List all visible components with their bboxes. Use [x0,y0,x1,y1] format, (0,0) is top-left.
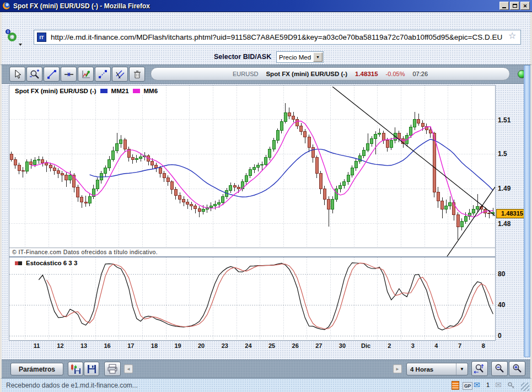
chart-legend: Spot FX (mini) EUR/USD (-) MM21 MM6 [13,87,159,95]
horizontal-line-tool-button[interactable] [61,67,77,82]
save-button[interactable] [84,362,99,376]
price-chart-panel: Spot FX (mini) EUR/USD (-) MM21 MM6 © IT… [9,85,496,257]
x-axis-label: 3 [405,342,421,349]
save-chart-icon [71,364,80,374]
minimize-icon [502,7,506,8]
pager-right-button[interactable]: ► [393,364,402,373]
delete-tool-button[interactable] [129,67,145,82]
zoom-fit-button[interactable] [471,361,488,376]
x-axis-label: 11 [29,342,45,349]
maximize-button[interactable] [510,2,519,10]
chevron-down-icon: ▼ [313,52,323,62]
url-input[interactable] [34,30,521,45]
price-axis-label: 1.49 [498,185,510,192]
stochastic-svg[interactable] [9,257,495,340]
stoch-axis-label: 0 [498,332,502,340]
x-axis-label: 16 [99,342,116,349]
quote-change: -0.05% [386,71,405,77]
bookmark-star-icon[interactable]: ☆ [508,30,516,41]
timeframe-select[interactable]: 4 Horas ▼ [406,363,468,375]
trendline-icon [46,69,57,80]
parallel-lines-icon [115,69,126,80]
magnifier-plus-icon [512,363,523,374]
reload-icon[interactable]: ! [6,30,22,46]
trash-icon [132,69,143,80]
window-titlebar: Spot FX (mini) EUR/USD (-) - Mozilla Fir… [0,0,532,12]
x-axis-label: 24 [240,342,256,349]
browser-chrome: ! IT ☆ [0,12,532,50]
status-text: Recebendo dados de e1.md.it-finance.com.… [6,382,138,389]
chevron-down-icon: ▼ [456,363,464,375]
selector-label: Selector BID/ASK [214,53,271,61]
x-axis-label: 23 [217,342,233,349]
x-axis-label: 8 [475,342,492,349]
stoch-axis-label: 40 [498,301,505,309]
mm6-label: MM6 [144,88,158,94]
magnifier-plus-icon [29,69,40,80]
bidask-select-value: Precio Med [277,54,313,61]
x-axis-label: 19 [170,342,186,349]
x-axis-label: 18 [146,342,163,349]
browser-window: Spot FX (mini) EUR/USD (-) - Mozilla Fir… [0,0,532,392]
zoom-tool-button[interactable] [26,67,42,82]
channel-tool-button[interactable] [112,67,128,82]
pager-left-button[interactable]: ◄ [124,364,133,373]
chart-copyright: © IT-Finance.com Datos ofrecidos a títul… [12,249,158,255]
gp-badge[interactable]: GP [463,382,472,390]
minimize-button[interactable] [499,2,509,10]
quote-price: 1.48315 [355,71,378,77]
x-axis-label: 4 [428,342,444,349]
chart-legend-title: Spot FX (mini) EUR/USD (-) [15,88,96,94]
stochastic-swatch [15,261,22,265]
mm21-label: MM21 [111,88,129,94]
stochastic-legend: Estocástico 6 3 3 [13,259,79,267]
notes-icon[interactable] [452,381,459,390]
diskette-icon [87,364,96,374]
timeframe-value: 4 Horas [410,366,433,373]
mm21-swatch [100,89,108,93]
quote-symbol: EURUSD [233,71,258,77]
magnifier-fit-icon [474,363,486,374]
magnifier-minus-icon [494,363,505,374]
quote-time: 07:26 [412,71,428,77]
site-favicon: IT [37,33,46,42]
firefox-icon [2,2,10,10]
x-axis-label: 25 [264,342,280,349]
close-button[interactable]: ✕ [520,2,530,10]
bidask-select[interactable]: Precio Med ▼ [276,51,324,63]
pointer-tool-button[interactable] [9,67,25,82]
x-axis-label: 26 [287,342,304,349]
print-button[interactable] [104,362,121,376]
stochastic-panel: Estocástico 6 3 3 [9,257,496,341]
params-button[interactable]: Parámetros [10,363,63,375]
dropdown-caret-icon [19,44,22,46]
price-chart-svg[interactable] [9,85,495,256]
save-image-button[interactable] [68,362,83,376]
chart-app: EURUSD Spot FX (mini) EUR/USD (-) 1.4831… [0,65,532,378]
mail-disabled-icon: ✉ [495,380,502,389]
selector-row: Selector BID/ASK Precio Med ▼ [0,50,532,65]
indicator-tool-button[interactable] [78,67,94,82]
quote-bar: EURUSD Spot FX (mini) EUR/USD (-) 1.4831… [151,67,510,80]
horizontal-line-icon [63,69,74,80]
trendline-tool-button[interactable] [44,67,60,82]
tools-toolbar: EURUSD Spot FX (mini) EUR/USD (-) 1.4831… [2,65,530,84]
chart-scrollbar[interactable] [524,65,530,357]
mail-icon[interactable]: ✉ [474,380,480,389]
x-axis-label: 13 [76,342,92,349]
price-axis-label: 1.51 [498,116,510,124]
alert-badge-icon: ! [6,29,10,34]
indicator-chart-icon [80,69,92,80]
mm6-swatch [133,89,140,93]
x-axis-label: 7 [452,342,468,349]
maximize-icon [513,4,517,8]
zoom-out-button[interactable] [491,361,508,376]
resize-grip[interactable] [521,383,529,391]
x-axis-label: Dic [358,342,374,349]
stochastic-legend-label: Estocástico 6 3 3 [26,260,77,266]
zoom-in-button[interactable] [509,361,525,376]
segment-tool-button[interactable] [95,67,111,82]
x-axis-label: 2 [381,342,397,349]
x-axis-label: 20 [193,342,209,349]
printer-icon [107,364,118,374]
